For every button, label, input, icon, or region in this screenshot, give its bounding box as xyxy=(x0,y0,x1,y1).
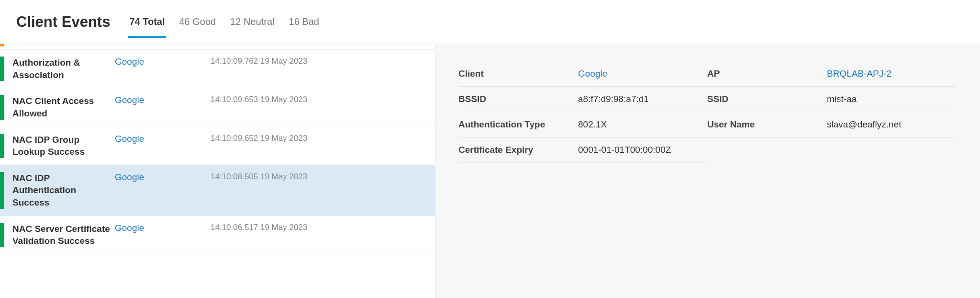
event-client-link[interactable]: Google xyxy=(115,172,211,183)
event-name: NAC Client Access Allowed xyxy=(12,95,115,119)
detail-value: 0001-01-01T00:00:00Z xyxy=(578,145,671,155)
event-row[interactable]: NAC IDP Group Lookup Success Google 14:1… xyxy=(0,127,435,165)
detail-row-client: Client Google xyxy=(458,61,707,87)
status-marker xyxy=(0,44,4,46)
detail-value-client-link[interactable]: Google xyxy=(578,69,607,79)
status-marker xyxy=(0,95,4,119)
tab-good-label: Good xyxy=(192,16,216,27)
detail-label: Authentication Type xyxy=(458,119,578,130)
event-row[interactable]: Authorization & Association Google 14:10… xyxy=(0,50,435,88)
event-client-link[interactable]: Google xyxy=(115,57,211,67)
detail-row-bssid: BSSID a8:f7:d9:98:a7:d1 xyxy=(458,87,707,112)
event-client-link[interactable]: Google xyxy=(115,223,211,233)
event-name: NAC IDP Authentication Success xyxy=(12,172,115,209)
detail-row-user-name: User Name slava@deaflyz.net xyxy=(707,112,956,138)
tab-bad-label: Bad xyxy=(302,16,319,27)
detail-value: slava@deaflyz.net xyxy=(827,119,902,130)
detail-panel: Client Google BSSID a8:f7:d9:98:a7:d1 Au… xyxy=(435,44,980,298)
detail-row-ssid: SSID mist-aa xyxy=(707,87,956,112)
detail-value: 802.1X xyxy=(578,119,607,130)
tab-total-count: 74 xyxy=(129,16,140,27)
event-row[interactable]: NAC Client Access Allowed Google 14:10:0… xyxy=(0,88,435,126)
detail-label: SSID xyxy=(707,94,827,104)
event-timestamp: 14:10:09.762 19 May 2023 xyxy=(211,57,307,66)
event-name: NAC IDP Group Lookup Success xyxy=(12,134,115,158)
event-timestamp: 14:10:09.653 19 May 2023 xyxy=(211,95,307,104)
event-name: Authorization & Association xyxy=(12,57,115,81)
detail-label: User Name xyxy=(707,119,827,130)
tab-neutral-label: Neutral xyxy=(244,16,274,27)
detail-value: a8:f7:d9:98:a7:d1 xyxy=(578,94,649,104)
event-name: NAC Server Certificate Validation Succes… xyxy=(12,223,115,247)
event-timestamp: 14:10:08.505 19 May 2023 xyxy=(211,172,307,182)
detail-row-ap: AP BRQLAB-APJ-2 xyxy=(707,61,956,87)
page-title: Client Events xyxy=(16,13,110,31)
status-marker xyxy=(0,134,4,158)
detail-label: Client xyxy=(458,69,578,79)
status-marker xyxy=(0,172,4,209)
tab-good[interactable]: 46 Good xyxy=(178,6,217,38)
status-marker xyxy=(0,57,4,81)
event-row-partial[interactable] xyxy=(0,44,435,50)
tab-total-label: Total xyxy=(143,16,165,27)
event-timestamp: 14:10:06.517 19 May 2023 xyxy=(211,223,307,232)
event-timestamp: 14:10:09.652 19 May 2023 xyxy=(211,134,307,143)
detail-label: AP xyxy=(707,69,827,79)
header: Client Events 74 Total 46 Good 12 Neutra… xyxy=(0,0,980,44)
detail-label: BSSID xyxy=(458,94,578,104)
detail-row-auth-type: Authentication Type 802.1X xyxy=(458,112,707,138)
detail-row-cert-expiry: Certificate Expiry 0001-01-01T00:00:00Z xyxy=(458,138,707,163)
event-row-selected[interactable]: NAC IDP Authentication Success Google 14… xyxy=(0,165,435,216)
tab-neutral[interactable]: 12 Neutral xyxy=(229,6,275,38)
detail-label: Certificate Expiry xyxy=(458,145,578,155)
tab-bad[interactable]: 16 Bad xyxy=(288,6,320,38)
status-marker xyxy=(0,223,4,247)
event-list: Authorization & Association Google 14:10… xyxy=(0,44,435,298)
event-client-link[interactable]: Google xyxy=(115,134,211,144)
tabs: 74 Total 46 Good 12 Neutral 16 Bad xyxy=(128,6,320,38)
event-client-link[interactable]: Google xyxy=(115,95,211,105)
tab-neutral-count: 12 xyxy=(230,16,241,27)
tab-good-count: 46 xyxy=(179,16,190,27)
detail-value-ap-link[interactable]: BRQLAB-APJ-2 xyxy=(827,69,891,79)
tab-bad-count: 16 xyxy=(289,16,300,27)
event-row[interactable]: NAC Server Certificate Validation Succes… xyxy=(0,216,435,254)
detail-value: mist-aa xyxy=(827,94,857,104)
tab-total[interactable]: 74 Total xyxy=(128,6,166,38)
